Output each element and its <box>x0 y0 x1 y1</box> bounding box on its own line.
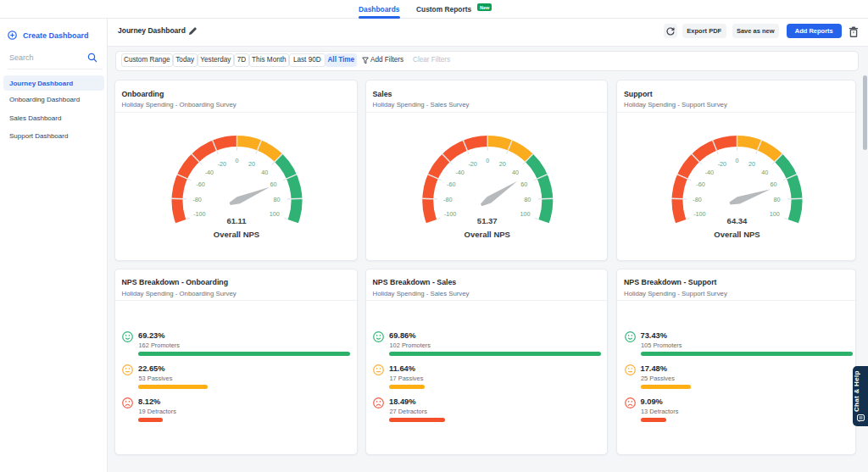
svg-text:60: 60 <box>270 180 276 188</box>
svg-text:60: 60 <box>770 180 776 188</box>
svg-text:-80: -80 <box>192 196 201 203</box>
svg-text:-20: -20 <box>718 160 726 168</box>
svg-text:-20: -20 <box>468 160 476 168</box>
svg-text:60: 60 <box>520 180 527 188</box>
svg-text:20: 20 <box>498 160 505 168</box>
svg-text:40: 40 <box>511 169 518 176</box>
svg-text:-40: -40 <box>705 169 714 176</box>
svg-text:20: 20 <box>748 160 755 168</box>
svg-text:-40: -40 <box>204 169 213 176</box>
svg-text:-40: -40 <box>455 169 464 176</box>
svg-text:0: 0 <box>486 157 489 164</box>
svg-text:0: 0 <box>235 157 238 164</box>
svg-text:80: 80 <box>273 196 280 203</box>
svg-text:-80: -80 <box>693 196 701 203</box>
svg-text:40: 40 <box>261 169 268 176</box>
svg-text:-60: -60 <box>696 180 704 188</box>
svg-text:80: 80 <box>773 196 780 203</box>
svg-text:0: 0 <box>736 157 739 164</box>
svg-text:80: 80 <box>524 196 531 203</box>
svg-text:-60: -60 <box>447 180 455 188</box>
svg-text:40: 40 <box>761 169 768 176</box>
svg-text:-20: -20 <box>217 160 225 168</box>
svg-text:-80: -80 <box>443 196 452 203</box>
svg-text:-60: -60 <box>196 180 204 188</box>
svg-text:20: 20 <box>248 160 255 168</box>
